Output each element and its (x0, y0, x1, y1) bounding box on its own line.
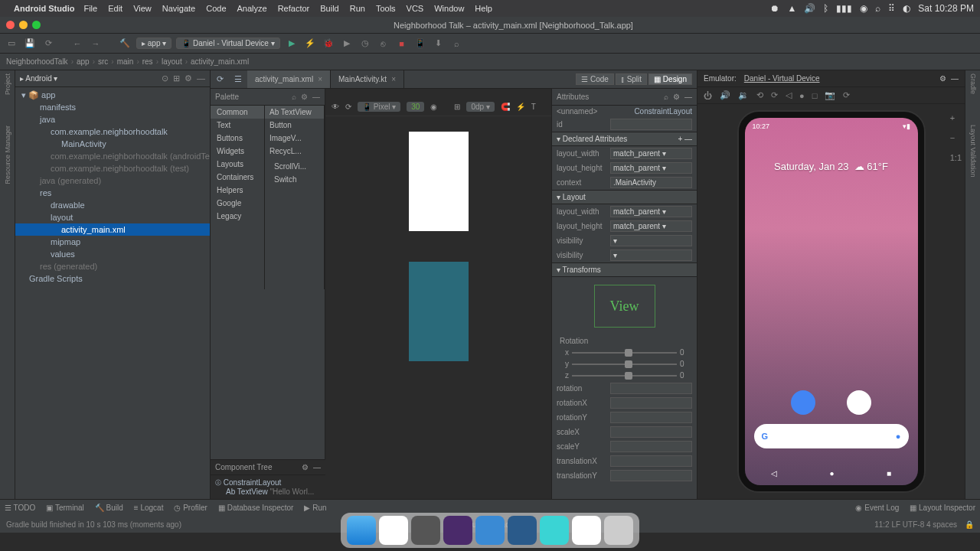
design-preview[interactable] (409, 132, 469, 231)
zoom-fit-icon[interactable]: 1:1 (950, 153, 962, 162)
open-icon[interactable]: ▭ (5, 37, 18, 51)
crumb[interactable]: app (77, 57, 90, 66)
tree-node[interactable]: res (15, 187, 210, 199)
avd-icon[interactable]: 📱 (413, 37, 427, 51)
hide-icon[interactable]: — (684, 93, 692, 101)
menu-file[interactable]: File (83, 4, 97, 13)
gear-icon[interactable]: ⚙ (302, 463, 309, 471)
close-icon[interactable]: × (318, 75, 322, 83)
translationy-input[interactable] (610, 470, 692, 481)
tree-node[interactable]: com.example.neighborhoodtalk (androidTes… (15, 150, 210, 162)
crumb[interactable]: src (98, 57, 108, 66)
apply-changes-icon[interactable]: ⚡ (303, 37, 317, 51)
tree-node[interactable]: layout (15, 211, 210, 223)
run-config-device[interactable]: 📱 Daniel - Virtual Device ▾ (176, 37, 279, 49)
zoom-selector[interactable]: 0dp ▾ (466, 102, 494, 112)
device-selector[interactable]: 📱 Pixel ▾ (358, 102, 400, 112)
margins-icon[interactable]: ⊞ (454, 103, 460, 111)
settings-icon[interactable] (411, 516, 440, 545)
rotation-y-slider[interactable]: y0 (552, 358, 697, 370)
tree-node[interactable]: com.example.neighborhoodtalk (15, 126, 210, 138)
hide-icon[interactable]: — (313, 463, 321, 471)
left-tab-project[interactable]: Project (4, 73, 11, 95)
menu-refactor[interactable]: Refactor (278, 4, 310, 13)
palette-cat[interactable]: Google (211, 197, 264, 210)
wifi-icon[interactable]: ◉ (860, 3, 867, 14)
tree-node[interactable]: com.example.neighborhoodtalk (test) (15, 162, 210, 174)
siri-icon[interactable]: ◐ (903, 3, 910, 14)
tree-node[interactable]: java (generated) (15, 174, 210, 187)
home-icon[interactable]: ● (799, 91, 805, 100)
comptree-child[interactable]: Ab TextView "Hello Worl... (215, 487, 321, 496)
quicktime-icon[interactable] (475, 516, 505, 545)
maximize-window-icon[interactable] (32, 21, 41, 29)
palette-cat[interactable]: Widgets (211, 145, 264, 158)
hammer-icon[interactable]: 🔨 (118, 37, 132, 51)
hide-icon[interactable]: — (312, 93, 320, 101)
palette-item[interactable]: Switch (270, 173, 319, 186)
id-input[interactable] (610, 119, 692, 130)
rotation-input[interactable] (610, 383, 692, 394)
bottom-layoutinspector[interactable]: ▦ Layout Inspector (910, 504, 975, 512)
sdk-icon[interactable]: ⬇ (432, 37, 446, 51)
finder-icon[interactable] (347, 516, 376, 545)
zoom-out-icon[interactable]: − (950, 133, 962, 142)
menu-window[interactable]: Window (434, 4, 464, 13)
bottom-dbinspector[interactable]: ▦ Database Inspector (218, 504, 294, 512)
search-icon[interactable]: ⌕ (292, 93, 296, 101)
bottom-eventlog[interactable]: ◉ Event Log (855, 504, 899, 512)
menu-navigate[interactable]: Navigate (162, 4, 195, 13)
palette-item[interactable]: ScrollVi... (270, 160, 319, 173)
crumb[interactable]: main (117, 57, 134, 66)
bottom-profiler[interactable]: ◷ Profiler (174, 504, 207, 512)
menu-build[interactable]: Build (320, 4, 338, 13)
gear-icon[interactable]: ⚙ (301, 93, 308, 101)
messages-app-icon[interactable] (791, 390, 815, 415)
tree-node[interactable]: MainActivity (15, 138, 210, 150)
run-icon[interactable]: ▶ (285, 37, 299, 51)
hide-icon[interactable]: — (951, 74, 959, 83)
design-surface[interactable]: 👁 ⟳ 📱 Pixel ▾ 30 ◉ ⊞ 0dp ▾ 🧲 ⚡ T (325, 89, 551, 499)
bluetooth-icon[interactable]: ᛒ (823, 3, 828, 14)
palette-cat[interactable]: Containers (211, 171, 264, 184)
align-icon[interactable]: T (531, 103, 536, 111)
app-name[interactable]: Android Studio (14, 4, 74, 13)
bottom-logcat[interactable]: ≡ Logcat (134, 504, 164, 512)
gear-icon[interactable]: ⚙ (185, 73, 192, 83)
volume-up-icon[interactable]: 🔊 (720, 90, 730, 100)
tree-node[interactable]: mipmap (15, 236, 210, 248)
launchpad-icon[interactable] (379, 516, 408, 545)
control-center-icon[interactable]: ⠿ (888, 3, 895, 14)
emulator-screen[interactable]: 10:27▾▮ Saturday, Jan 23 ☁ 61°F G ● ◁ ● … (745, 118, 918, 485)
crumb[interactable]: NeighborhoodTalk (6, 57, 68, 66)
minimize-window-icon[interactable] (19, 21, 28, 29)
palette-cat[interactable]: Text (211, 119, 264, 132)
select-opened-icon[interactable]: ⊙ (162, 73, 168, 83)
visibility-select[interactable]: ▾ (610, 235, 692, 246)
stop-icon[interactable]: ■ (395, 37, 409, 51)
tree-node[interactable]: res (generated) (15, 260, 210, 272)
scalex-input[interactable] (610, 426, 692, 438)
project-view-selector[interactable]: ▸ Android ▾ (20, 74, 57, 83)
rotationx-input[interactable] (610, 397, 692, 409)
postman-icon[interactable] (572, 516, 601, 545)
palette-item[interactable]: Ab TextView (265, 106, 324, 119)
comptree-root[interactable]: ⦾ ConstraintLayout (215, 478, 321, 487)
xcode-icon[interactable] (540, 516, 569, 545)
api-selector[interactable]: 30 (407, 102, 424, 112)
view-code-button[interactable]: ☰ Code (576, 73, 614, 85)
palette-item[interactable]: ImageV... (265, 132, 324, 145)
layout-height-select2[interactable]: match_parent ▾ (610, 220, 692, 232)
rotate-right-icon[interactable]: ⟳ (771, 90, 778, 100)
menu-view[interactable]: View (133, 4, 152, 13)
palette-item[interactable]: ScrollVi...Switch (265, 158, 324, 188)
gear-icon[interactable]: ⚙ (673, 93, 680, 101)
menu-code[interactable]: Code (206, 4, 226, 13)
layout-width-select2[interactable]: match_parent ▾ (610, 206, 692, 217)
tab-pin-icon[interactable]: ☰ (229, 74, 247, 84)
tab-mainactivity[interactable]: MainActivity.kt× (331, 70, 404, 88)
section-layout[interactable]: ▾ Layout (552, 190, 697, 204)
bottom-terminal[interactable]: ▣ Terminal (46, 504, 83, 512)
close-icon[interactable]: × (391, 75, 396, 83)
crumb[interactable]: res (142, 57, 153, 66)
